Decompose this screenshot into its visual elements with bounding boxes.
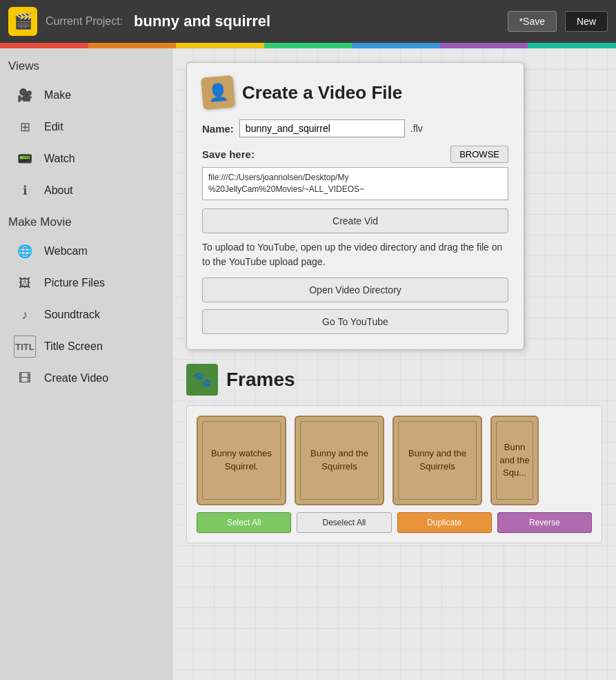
open-video-directory-button[interactable]: Open Video Directory [202, 278, 508, 302]
sidebar-item-edit[interactable]: ⊞ Edit [8, 112, 164, 142]
sidebar-item-webcam[interactable]: 🌐 Webcam [8, 236, 164, 266]
reverse-button[interactable]: Reverse [497, 512, 592, 533]
sidebar-item-picture-files[interactable]: 🖼 Picture Files [8, 268, 164, 298]
sidebar-item-soundtrack-label: Soundtrack [44, 309, 100, 321]
frames-section: 🐾 Frames Bunny watches Squirrel. Bunny a… [186, 364, 602, 543]
browse-button[interactable]: BROWSE [450, 146, 508, 163]
sidebar: Views 🎥 Make ⊞ Edit 📟 Watch ℹ About Make… [0, 48, 172, 680]
sidebar-item-make-label: Make [44, 89, 71, 101]
sidebar-item-about[interactable]: ℹ About [8, 175, 164, 206]
frames-icon: 🐾 [186, 364, 218, 396]
app-logo: 🎬 [8, 7, 37, 36]
new-button[interactable]: New [565, 11, 608, 32]
frame-card-0-text: Bunny watches Squirrel. [198, 442, 285, 478]
header: 🎬 Current Project: bunny and squirrel *S… [0, 0, 616, 43]
views-section-title: Views [8, 59, 164, 73]
frame-card-3[interactable]: Bunn and the Squ... [490, 416, 539, 505]
edit-icon: ⊞ [14, 116, 36, 138]
select-all-button[interactable]: Select All [197, 512, 291, 533]
webcam-icon: 🌐 [14, 240, 36, 262]
sidebar-item-create-video-label: Create Video [44, 372, 108, 385]
duplicate-button[interactable]: Duplicate [397, 512, 492, 533]
name-row: Name: .flv [202, 119, 508, 137]
title-screen-icon: TITL [14, 336, 36, 358]
create-video-panel: 👤 Create a Video File Name: .flv Save he… [186, 62, 524, 350]
sidebar-item-picture-files-label: Picture Files [44, 277, 105, 289]
go-to-youtube-button[interactable]: Go To YouTube [202, 309, 508, 334]
color-bar [0, 43, 616, 48]
sidebar-item-soundtrack[interactable]: ♪ Soundtrack [8, 300, 164, 330]
sidebar-item-make[interactable]: 🎥 Make [8, 80, 164, 110]
make-icon: 🎥 [14, 84, 36, 106]
sidebar-item-edit-label: Edit [44, 121, 63, 133]
frames-header: 🐾 Frames [186, 364, 602, 396]
content-area: 👤 Create a Video File Name: .flv Save he… [172, 48, 616, 680]
sidebar-item-watch[interactable]: 📟 Watch [8, 144, 164, 174]
frames-buttons: Select All Deselect All Duplicate Revers… [197, 512, 592, 533]
project-name: bunny and squirrel [134, 12, 270, 30]
frames-container: Bunny watches Squirrel. Bunny and the Sq… [186, 405, 602, 543]
save-button[interactable]: *Save [508, 11, 557, 32]
frame-card-2[interactable]: Bunny and the Squirrels [393, 416, 482, 505]
info-text: To upload to YouTube, open up the video … [202, 240, 508, 269]
sidebar-item-create-video[interactable]: 🎞 Create Video [8, 363, 164, 394]
frame-card-1-text: Bunny and the Squirrels [296, 442, 383, 478]
save-here-row: Save here: BROWSE [202, 146, 508, 163]
panel-title: Create a Video File [242, 82, 402, 104]
panel-icon: 👤 [201, 75, 235, 110]
sidebar-item-webcam-label: Webcam [44, 245, 88, 258]
sidebar-item-about-label: About [44, 184, 73, 197]
frame-card-0[interactable]: Bunny watches Squirrel. [197, 416, 286, 505]
sidebar-item-title-screen[interactable]: TITL Title Screen [8, 331, 164, 362]
picture-files-icon: 🖼 [14, 272, 36, 294]
frame-card-2-text: Bunny and the Squirrels [394, 442, 481, 478]
sidebar-item-title-screen-label: Title Screen [44, 340, 103, 353]
about-icon: ℹ [14, 179, 36, 202]
create-vid-button[interactable]: Create Vid [202, 208, 508, 233]
make-movie-section-title: Make Movie [8, 215, 164, 229]
name-input[interactable] [239, 119, 405, 137]
frame-card-1[interactable]: Bunny and the Squirrels [295, 416, 384, 505]
watch-icon: 📟 [14, 148, 36, 170]
panel-header: 👤 Create a Video File [202, 77, 508, 108]
project-label: Current Project: [46, 15, 123, 28]
file-path-display: file:///C:/Users/joannolsen/Desktop/My %… [202, 167, 508, 200]
file-ext-label: .flv [410, 123, 423, 134]
deselect-all-button[interactable]: Deselect All [297, 512, 391, 533]
frames-grid: Bunny watches Squirrel. Bunny and the Sq… [197, 416, 592, 505]
create-video-icon: 🎞 [14, 367, 36, 389]
frame-card-3-text: Bunn and the Squ... [492, 436, 537, 485]
soundtrack-icon: ♪ [14, 304, 36, 326]
main-layout: Views 🎥 Make ⊞ Edit 📟 Watch ℹ About Make… [0, 48, 616, 680]
save-here-label: Save here: [202, 148, 255, 160]
name-label: Name: [202, 123, 234, 135]
sidebar-item-watch-label: Watch [44, 153, 75, 165]
frames-title: Frames [226, 369, 295, 391]
